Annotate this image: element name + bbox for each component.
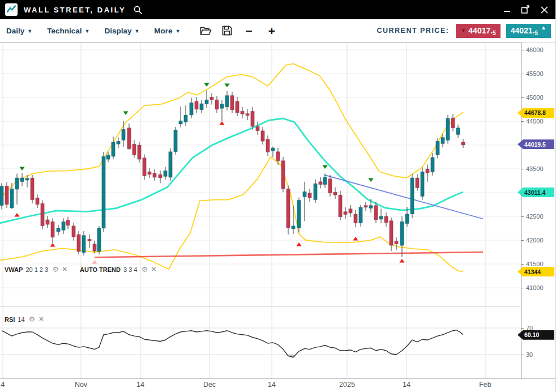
bear-candle	[159, 174, 162, 178]
bull-candle	[179, 121, 182, 124]
bear-candle	[88, 239, 91, 241]
time-axis-label: Dec	[203, 381, 216, 389]
bear-candle	[384, 216, 388, 223]
vwap-settings-icon[interactable]: ⚙	[52, 265, 59, 274]
rsi-settings-icon[interactable]: ⚙	[29, 315, 36, 323]
popout-window-button[interactable]	[521, 5, 531, 14]
price-level-badge: 44678.8	[517, 108, 554, 118]
bear-candle	[256, 126, 259, 131]
bear-candle	[266, 139, 270, 152]
save-layout-icon[interactable]	[222, 25, 232, 36]
menu-more[interactable]: More▼	[154, 27, 180, 35]
bull-candle	[314, 184, 317, 200]
rsi-chart-pane[interactable]	[0, 306, 521, 378]
search-icon[interactable]	[133, 5, 143, 15]
app-logo-chart-icon	[5, 3, 18, 16]
bear-candle	[143, 158, 146, 176]
zoom-out-button[interactable]: −	[246, 25, 253, 37]
axis-tick	[521, 264, 524, 265]
bull-candle	[117, 141, 120, 144]
vwap-remove-icon[interactable]: ✕	[62, 266, 67, 273]
time-axis-label: 14	[268, 381, 276, 389]
rsi-grid-layer	[0, 306, 521, 378]
bear-candle	[46, 220, 49, 224]
axis-tick	[521, 97, 524, 98]
bull-candle	[303, 191, 306, 197]
bull-candle	[205, 100, 208, 104]
time-axis[interactable]: 4Nov14Dec14202514Feb	[0, 379, 556, 392]
window-title: WALL STREET, DAILY	[24, 6, 126, 14]
price-level-badge: 41344	[517, 267, 554, 276]
bull-candle	[0, 186, 3, 205]
rsi-indicator-label: RSI 14 ⚙ ✕	[5, 315, 56, 323]
bear-candle	[364, 206, 367, 207]
bear-candle	[308, 193, 311, 198]
bull-candle	[112, 142, 115, 156]
auto-trend-settings-icon[interactable]: ⚙	[141, 265, 148, 274]
bear-candle	[77, 235, 80, 252]
current-price-area: CURRENT PRICE: ▼44017.5 44021.5▲	[377, 24, 551, 38]
time-axis-label: Nov	[75, 381, 87, 389]
bull-candle	[456, 128, 460, 135]
zoom-in-button[interactable]: +	[268, 25, 275, 37]
bear-candle	[93, 244, 96, 252]
bull-candle	[82, 236, 85, 253]
menu-daily[interactable]: Daily▼	[6, 27, 32, 35]
trend-line-resistance	[324, 175, 483, 219]
sell-signal-icon	[123, 111, 128, 115]
menu-technical[interactable]: Technical▼	[47, 27, 89, 35]
chevron-down-icon: ▼	[134, 28, 139, 34]
bear-candle	[66, 220, 70, 225]
rsi-remove-icon[interactable]: ✕	[39, 316, 44, 323]
bull-candle	[220, 104, 224, 109]
bull-candle	[292, 226, 295, 229]
bear-candle	[230, 96, 234, 110]
menu-display[interactable]: Display▼	[104, 27, 139, 35]
bull-candle	[410, 178, 414, 214]
axis-tick-label: 45000	[526, 94, 544, 101]
bull-candle	[369, 206, 373, 208]
bull-candle	[25, 178, 29, 180]
open-layout-icon[interactable]	[200, 26, 212, 36]
bear-candle	[390, 221, 393, 246]
sell-signal-icon	[322, 165, 327, 169]
axis-tick-label: 44500	[526, 118, 544, 125]
chevron-down-icon: ▼	[176, 28, 181, 34]
trend-line-support	[95, 252, 483, 257]
ask-price-badge: 44021.5▲	[506, 24, 551, 38]
minimize-button[interactable]	[503, 6, 511, 14]
bull-candle	[10, 189, 14, 208]
bull-candle	[436, 141, 439, 155]
bear-candle	[451, 118, 455, 128]
bear-candle	[31, 178, 34, 200]
bear-candle	[127, 128, 131, 149]
sell-signal-icon	[204, 83, 209, 87]
bull-candle	[62, 221, 65, 230]
sell-signal-icon	[224, 84, 229, 88]
bull-candle	[57, 228, 60, 232]
axis-tick	[521, 355, 524, 355]
chevron-down-icon: ▼	[84, 28, 89, 34]
bid-price-badge: ▼44017.5	[456, 24, 500, 38]
bull-candle	[405, 214, 409, 224]
bull-candle	[441, 138, 444, 144]
price-level-badge: 43011.4	[517, 188, 554, 197]
axis-tick-label: 41000	[526, 284, 544, 291]
axis-tick-label: 41500	[526, 261, 544, 267]
bear-candle	[344, 212, 347, 215]
current-price-label: CURRENT PRICE:	[377, 27, 449, 35]
axis-tick-label: 43500	[526, 165, 544, 172]
indicator-labels-row: VWAP 20 1 2 3 ⚙ ✕ AUTO TREND 3 3 4 ⚙ ✕	[5, 265, 169, 274]
time-axis-label: 14	[136, 381, 144, 389]
bear-candle	[148, 172, 151, 174]
rsi-line	[2, 330, 463, 357]
bull-candle	[97, 228, 101, 252]
bull-candle	[271, 148, 275, 151]
vwap-indicator-label: VWAP 20 1 2 3 ⚙ ✕	[5, 265, 67, 274]
bear-candle	[138, 145, 141, 159]
auto-trend-remove-icon[interactable]: ✕	[151, 266, 156, 273]
trading-app-window: WALL STREET, DAILY Daily▼ Technical▼ Dis…	[0, 0, 556, 392]
bear-candle	[41, 203, 44, 225]
price-axis[interactable]: 4600045500450004450043500425004200041500…	[521, 42, 556, 378]
close-button[interactable]	[540, 6, 549, 14]
